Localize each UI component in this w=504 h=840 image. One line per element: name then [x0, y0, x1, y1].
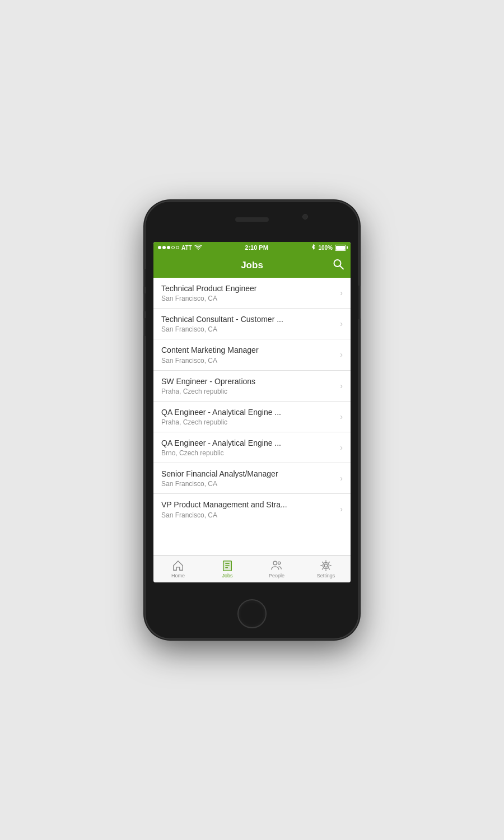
- battery-fill: [336, 246, 345, 250]
- job-item-4[interactable]: QA Engineer - Analytical Engine ... Prah…: [153, 402, 351, 432]
- job-info-2: Content Marketing Manager San Francisco,…: [161, 345, 335, 364]
- job-info-1: Technical Consultant - Customer ... San …: [161, 314, 335, 333]
- tab-jobs-label: Jobs: [222, 573, 232, 578]
- job-list: Technical Product Engineer San Francisco…: [153, 278, 351, 555]
- camera: [302, 214, 308, 220]
- job-location-1: San Francisco, CA: [161, 325, 335, 333]
- job-info-6: Senior Financial Analyst/Manager San Fra…: [161, 469, 335, 488]
- tab-home-label: Home: [171, 573, 185, 578]
- status-left: ATT: [158, 245, 202, 251]
- carrier-label: ATT: [181, 245, 192, 251]
- signal-dots: [158, 246, 179, 249]
- tab-people[interactable]: People: [252, 559, 301, 578]
- signal-dot-5: [176, 246, 179, 249]
- job-location-5: Brno, Czech republic: [161, 449, 335, 457]
- jobs-icon: [221, 559, 234, 572]
- job-title-5: QA Engineer - Analytical Engine ...: [161, 438, 335, 448]
- search-button[interactable]: [333, 259, 344, 273]
- phone-shell: ATT 2:10 PM 100%: [146, 202, 358, 638]
- tab-bar: Home Jobs: [153, 555, 351, 582]
- svg-point-9: [324, 564, 328, 567]
- speaker: [235, 217, 269, 222]
- home-button[interactable]: [237, 599, 267, 628]
- status-right: 100%: [311, 244, 346, 251]
- battery-label: 100%: [318, 245, 333, 251]
- job-title-2: Content Marketing Manager: [161, 345, 335, 355]
- people-icon: [270, 559, 283, 572]
- job-item-5[interactable]: QA Engineer - Analytical Engine ... Brno…: [153, 432, 351, 463]
- chevron-icon-3: ›: [340, 381, 343, 390]
- chevron-icon-0: ›: [340, 288, 343, 297]
- chevron-icon-1: ›: [340, 319, 343, 328]
- job-location-6: San Francisco, CA: [161, 480, 335, 488]
- bluetooth-icon: [311, 244, 316, 251]
- battery-icon: [335, 245, 346, 251]
- nav-bar: Jobs: [153, 253, 351, 278]
- job-location-2: San Francisco, CA: [161, 357, 335, 365]
- chevron-icon-4: ›: [340, 412, 343, 421]
- chevron-icon-7: ›: [340, 505, 343, 514]
- job-item-7[interactable]: VP Product Management and Stra... San Fr…: [153, 494, 351, 524]
- job-title-6: Senior Financial Analyst/Manager: [161, 469, 335, 479]
- tab-settings[interactable]: Settings: [301, 559, 351, 578]
- job-location-0: San Francisco, CA: [161, 295, 335, 302]
- job-location-7: San Francisco, CA: [161, 511, 335, 519]
- home-icon: [172, 559, 184, 572]
- job-title-1: Technical Consultant - Customer ...: [161, 314, 335, 324]
- job-item-0[interactable]: Technical Product Engineer San Francisco…: [153, 278, 351, 309]
- job-info-0: Technical Product Engineer San Francisco…: [161, 283, 335, 302]
- job-item-3[interactable]: SW Engineer - Oprerations Praha, Czech r…: [153, 371, 351, 402]
- job-info-4: QA Engineer - Analytical Engine ... Prah…: [161, 407, 335, 426]
- svg-point-8: [278, 562, 281, 564]
- chevron-icon-5: ›: [340, 443, 343, 452]
- job-info-3: SW Engineer - Oprerations Praha, Czech r…: [161, 376, 335, 395]
- svg-point-10: [323, 563, 329, 569]
- chevron-icon-6: ›: [340, 474, 343, 483]
- tab-jobs[interactable]: Jobs: [203, 559, 252, 578]
- signal-dot-2: [162, 246, 166, 249]
- search-icon: [333, 259, 344, 270]
- job-item-2[interactable]: Content Marketing Manager San Francisco,…: [153, 339, 351, 370]
- settings-icon: [320, 559, 332, 572]
- nav-title: Jobs: [241, 260, 263, 271]
- wifi-icon: [194, 245, 202, 250]
- screen: ATT 2:10 PM 100%: [153, 242, 351, 582]
- job-title-0: Technical Product Engineer: [161, 283, 335, 293]
- tab-settings-label: Settings: [317, 573, 335, 578]
- status-bar: ATT 2:10 PM 100%: [153, 242, 351, 253]
- job-item-6[interactable]: Senior Financial Analyst/Manager San Fra…: [153, 463, 351, 494]
- tab-home[interactable]: Home: [153, 559, 203, 578]
- svg-point-7: [273, 561, 277, 564]
- signal-dot-4: [171, 246, 175, 249]
- signal-dot-1: [158, 246, 161, 249]
- job-title-7: VP Product Management and Stra...: [161, 500, 335, 510]
- job-title-4: QA Engineer - Analytical Engine ...: [161, 407, 335, 417]
- signal-dot-3: [167, 246, 170, 249]
- svg-line-1: [340, 266, 343, 269]
- job-info-7: VP Product Management and Stra... San Fr…: [161, 500, 335, 519]
- chevron-icon-2: ›: [340, 350, 343, 359]
- job-info-5: QA Engineer - Analytical Engine ... Brno…: [161, 438, 335, 457]
- job-location-3: Praha, Czech republic: [161, 388, 335, 395]
- job-title-3: SW Engineer - Oprerations: [161, 376, 335, 386]
- status-time: 2:10 PM: [245, 244, 268, 251]
- tab-people-label: People: [269, 573, 284, 578]
- job-item-1[interactable]: Technical Consultant - Customer ... San …: [153, 309, 351, 339]
- job-location-4: Praha, Czech republic: [161, 418, 335, 426]
